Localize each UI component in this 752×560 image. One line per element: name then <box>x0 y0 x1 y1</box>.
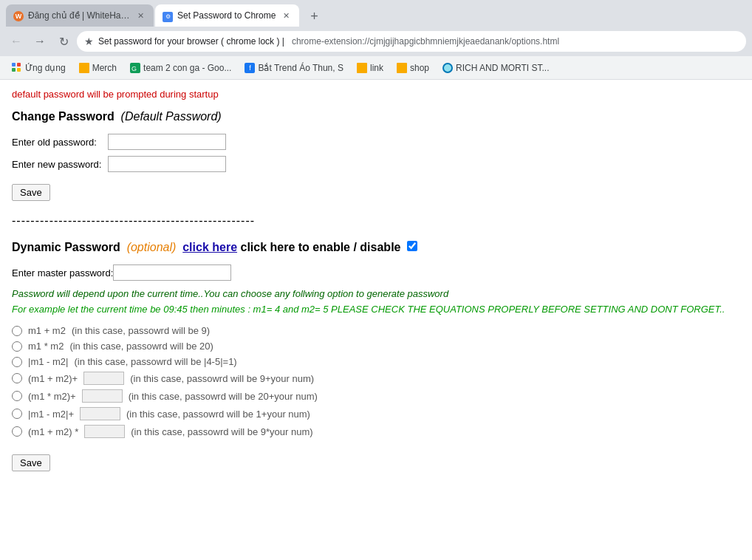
old-password-input[interactable] <box>108 134 226 150</box>
bookmark-rich[interactable]: RICH AND MORTI ST... <box>437 60 555 76</box>
dynamic-bold: Dynamic Password <box>12 241 120 253</box>
svg-rect-3 <box>17 68 21 72</box>
enable-disable-checkbox[interactable] <box>407 241 417 251</box>
radio-row-7: (m1 + m2) * (in this case, passowrd will… <box>12 425 740 438</box>
browser-chrome: W Đăng chủ đề | WhiteHat.vn ✕ ⚙ Set Pass… <box>0 0 752 80</box>
radio-opt7[interactable] <box>12 426 22 437</box>
back-button[interactable]: ← <box>6 31 27 52</box>
radio-opt2[interactable] <box>12 341 22 352</box>
radio-opt1[interactable] <box>12 326 22 336</box>
bookmark-team[interactable]: G team 2 con ga - Goo... <box>124 60 237 76</box>
radio-formula-7: (m1 + m2) * <box>28 426 78 437</box>
dynamic-italic: (optional) <box>127 241 177 253</box>
dynamic-save-button[interactable]: Save <box>12 454 50 471</box>
new-password-label: Enter new password: <box>12 159 108 170</box>
radio-formula-4: (m1 + m2)+ <box>28 373 78 384</box>
folder-icon-shop <box>397 63 407 73</box>
lock-icon: ★ <box>84 35 94 47</box>
new-password-input[interactable] <box>108 156 226 172</box>
facebook-icon: f <box>245 63 255 73</box>
omnibox[interactable]: ★ Set password for your browser ( chrome… <box>77 31 746 52</box>
bookmark-merch-label: Merch <box>92 63 117 73</box>
sheets-icon: G <box>130 63 140 73</box>
master-password-label: Enter master password: <box>12 267 113 279</box>
bookmark-link[interactable]: link <box>351 60 389 76</box>
chrome-ext-icon: ⚙ <box>163 12 173 22</box>
bookmark-merch[interactable]: Merch <box>73 60 123 76</box>
click-here-link[interactable]: click here <box>182 241 237 253</box>
whitehat-icon: W <box>13 11 24 21</box>
url-full: chrome-extension://cjmjgijhapgicbhmniemj… <box>292 36 559 47</box>
tab-2-close[interactable]: ✕ <box>280 10 292 21</box>
new-tab-button[interactable]: + <box>304 6 324 27</box>
radio-input-5[interactable] <box>82 389 123 403</box>
tab-2-title: Set Password to Chrome <box>177 10 276 21</box>
omnibox-url: Set password for your browser ( chrome l… <box>98 36 739 47</box>
radio-desc-3: (in this case, passowrd will be |4-5|=1) <box>74 356 236 367</box>
radio-row-4: (m1 + m2)+ (in this case, passowrd will … <box>12 372 740 385</box>
forward-button[interactable]: → <box>30 31 50 52</box>
radio-row-5: (m1 * m2)+ (in this case, passowrd will … <box>12 389 740 403</box>
reload-button[interactable]: ↻ <box>53 31 74 52</box>
change-password-save-button[interactable]: Save <box>12 184 50 201</box>
bookmark-apps-label: Ứng dụng <box>25 63 66 73</box>
page-content: default password will be prompted during… <box>0 80 752 538</box>
radio-opt3[interactable] <box>12 357 22 367</box>
radio-input-4[interactable] <box>83 372 124 385</box>
svg-rect-1 <box>17 63 21 66</box>
radio-row-3: |m1 - m2| (in this case, passowrd will b… <box>12 356 740 367</box>
address-bar: ← → ↻ ★ Set password for your browser ( … <box>0 27 752 56</box>
bookmark-shop[interactable]: shop <box>391 60 435 76</box>
radio-row-2: m1 * m2 (in this case, passowrd will be … <box>12 341 740 352</box>
radio-row-1: m1 + m2 (in this case, passowrd will be … <box>12 325 740 336</box>
radio-formula-1: m1 + m2 <box>28 325 66 336</box>
apps-icon <box>12 63 22 73</box>
old-password-row: Enter old password: <box>12 134 740 150</box>
change-password-bold: Change Password <box>12 110 114 123</box>
bottom-save-row: Save <box>12 448 740 471</box>
radio-desc-2: (in this case, passowrd will be 20) <box>69 341 213 352</box>
title-bar: W Đăng chủ đề | WhiteHat.vn ✕ ⚙ Set Pass… <box>0 0 752 27</box>
radio-formula-3: |m1 - m2| <box>28 356 68 367</box>
radio-formula-5: (m1 * m2)+ <box>28 391 76 402</box>
dynamic-password-section: Dynamic Password (optional) click here c… <box>12 241 740 471</box>
info-text: Password will depend upon the current ti… <box>12 288 740 299</box>
radio-options: m1 + m2 (in this case, passowrd will be … <box>12 325 740 438</box>
tab-1-title: Đăng chủ đề | WhiteHat.vn <box>28 10 130 21</box>
radio-formula-2: m1 * m2 <box>28 341 64 352</box>
bookmark-apps[interactable]: Ứng dụng <box>6 60 72 76</box>
old-password-label: Enter old password: <box>12 137 108 148</box>
change-password-title: Change Password (Default Password) <box>12 110 740 123</box>
radio-input-7[interactable] <box>84 425 125 438</box>
radio-opt6[interactable] <box>12 409 22 419</box>
radio-opt5[interactable] <box>12 391 22 401</box>
bookmark-link-label: link <box>370 63 383 73</box>
new-password-row: Enter new password: <box>12 156 740 172</box>
tab-2[interactable]: ⚙ Set Password to Chrome ✕ <box>155 4 299 27</box>
bookmark-trend[interactable]: f Bắt Trend Áo Thun, S <box>239 60 349 76</box>
tab-1[interactable]: W Đăng chủ đề | WhiteHat.vn ✕ <box>6 4 154 27</box>
radio-desc-7: (in this case, passowrd will be 9*your n… <box>131 426 312 437</box>
radio-opt4[interactable] <box>12 373 22 383</box>
bookmark-shop-label: shop <box>410 63 429 73</box>
url-prefix: Set password for your browser ( chrome l… <box>98 36 284 47</box>
folder-icon-merch <box>79 63 89 73</box>
radio-desc-6: (in this case, passowrd will be 1+your n… <box>126 409 310 420</box>
folder-icon-link <box>357 63 367 73</box>
default-password-notice: default password will be prompted during… <box>12 89 740 100</box>
svg-rect-0 <box>12 63 16 66</box>
master-password-input[interactable] <box>113 264 231 281</box>
tab-2-favicon: ⚙ <box>163 10 173 21</box>
radio-input-6[interactable] <box>80 407 120 420</box>
bookmarks-bar: Ứng dụng Merch G team 2 con ga - Goo... … <box>0 56 752 80</box>
dynamic-password-title: Dynamic Password (optional) click here c… <box>12 241 740 254</box>
radio-row-6: |m1 - m2|+ (in this case, passowrd will … <box>12 407 740 420</box>
tab-1-close[interactable]: ✕ <box>134 10 146 21</box>
radio-formula-6: |m1 - m2|+ <box>28 409 74 420</box>
master-password-row: Enter master password: <box>12 264 740 281</box>
radio-desc-1: (in this case, passowrd will be 9) <box>72 325 210 336</box>
dynamic-rest: click here to enable / disable <box>241 241 401 253</box>
bookmark-trend-label: Bắt Trend Áo Thun, S <box>258 63 343 73</box>
bookmark-rich-label: RICH AND MORTI ST... <box>456 63 549 73</box>
tab-strip: W Đăng chủ đề | WhiteHat.vn ✕ ⚙ Set Pass… <box>6 0 746 27</box>
